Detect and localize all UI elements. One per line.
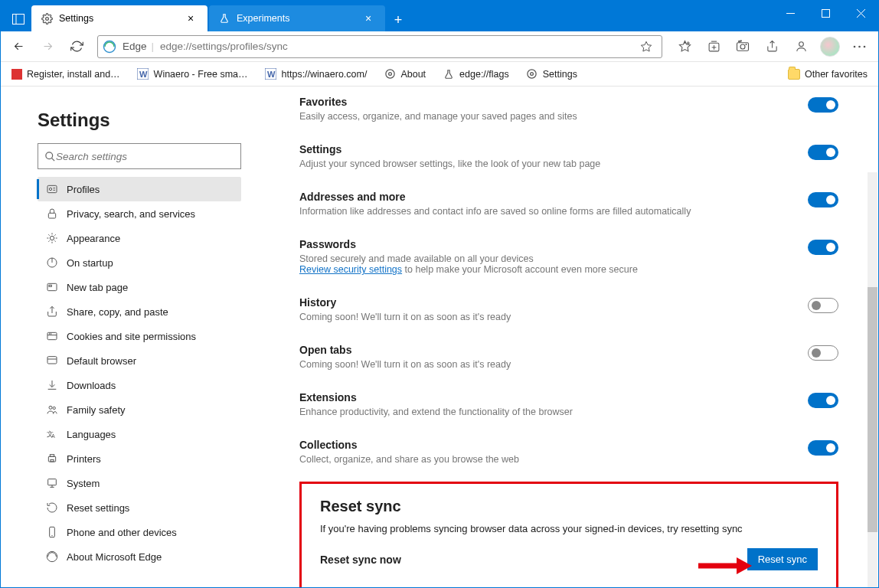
nav-label: New tab page [67, 282, 128, 293]
star-icon[interactable] [636, 34, 657, 59]
sidebar-item-profiles[interactable]: Profiles [38, 177, 241, 201]
sync-item-title: Passwords [299, 238, 777, 250]
nav-icon [44, 501, 60, 514]
sync-item-desc: Stored securely and made available on al… [299, 253, 777, 275]
nav-label: Printers [67, 453, 101, 465]
svg-point-67 [47, 551, 57, 561]
svg-rect-48 [47, 332, 57, 339]
new-tab-button[interactable]: + [387, 8, 410, 31]
sidebar-item-default-browser[interactable]: Default browser [38, 348, 241, 373]
close-icon[interactable]: × [183, 12, 198, 24]
svg-rect-52 [47, 357, 57, 364]
sync-item-title: Settings [299, 143, 777, 155]
svg-rect-62 [48, 479, 57, 485]
svg-point-18 [740, 44, 745, 49]
account-button[interactable] [786, 34, 815, 59]
sync-item-addresses-and-more: Addresses and moreInformation like addre… [299, 181, 838, 229]
nav-label: Cookies and site permissions [67, 331, 196, 342]
tab-actions-icon[interactable] [5, 7, 31, 31]
nav-icon [44, 403, 60, 416]
sidebar-item-printers[interactable]: Printers [38, 446, 241, 471]
toggle-collections[interactable] [808, 440, 838, 456]
bookmark-item[interactable]: Register, install and… [7, 67, 125, 82]
nav-label: System [67, 478, 100, 489]
refresh-button[interactable] [64, 34, 90, 59]
sync-item-collections: CollectionsCollect, organize, and share … [299, 430, 838, 477]
toggle-favorites[interactable] [808, 97, 838, 113]
sidebar-item-reset-settings[interactable]: Reset settings [38, 495, 241, 520]
sidebar-item-on-startup[interactable]: On startup [38, 250, 241, 275]
nav-icon [44, 305, 60, 318]
sidebar-item-share-copy-and-paste[interactable]: Share, copy, and paste [38, 299, 241, 324]
other-favorites[interactable]: Other favorites [783, 67, 872, 82]
share-button[interactable] [757, 34, 786, 59]
svg-rect-4 [13, 15, 25, 24]
svg-point-31 [389, 73, 392, 76]
back-button[interactable] [5, 34, 31, 59]
sidebar-item-appearance[interactable]: Appearance [38, 226, 241, 250]
scrollbar[interactable] [868, 172, 877, 587]
sidebar-item-new-tab-page[interactable]: New tab page [38, 275, 241, 299]
profile-avatar[interactable] [815, 34, 845, 59]
content-area: Settings ProfilesPrivacy, search, and se… [1, 87, 878, 587]
sidebar-item-downloads[interactable]: Downloads [38, 373, 241, 397]
maximize-button[interactable] [808, 1, 843, 25]
svg-rect-59 [48, 456, 55, 462]
svg-point-19 [746, 44, 747, 44]
tab-label: Experiments [237, 13, 361, 24]
minimize-button[interactable] [773, 1, 808, 25]
toggle-history[interactable] [808, 298, 838, 313]
tab-experiments[interactable]: Experiments × [209, 5, 385, 31]
toggle-settings[interactable] [808, 145, 838, 160]
favicon-icon: W [265, 68, 277, 80]
svg-point-20 [739, 41, 740, 42]
search-input[interactable] [56, 151, 234, 162]
sidebar-item-system[interactable]: System [38, 471, 241, 495]
svg-point-32 [386, 70, 394, 78]
sidebar-item-phone-and-other-devices[interactable]: Phone and other devices [38, 520, 241, 544]
nav-icon [44, 232, 60, 244]
nav-icon [44, 183, 60, 195]
nav-label: Appearance [67, 233, 120, 244]
nav-icon: 文A [44, 428, 60, 440]
nav-icon [44, 330, 60, 342]
collections-button[interactable] [699, 34, 728, 59]
edge-icon [103, 40, 116, 54]
sidebar-item-privacy-search-and-services[interactable]: Privacy, search, and services [38, 201, 241, 226]
sidebar-item-languages[interactable]: 文ALanguages [38, 422, 241, 446]
sync-item-settings: SettingsAdjust your synced browser setti… [299, 134, 838, 181]
reset-sync-now-label: Reset sync now [320, 554, 747, 566]
favorites-button[interactable] [670, 34, 699, 59]
address-bar[interactable]: Edge | edge://settings/profiles/sync [97, 35, 662, 58]
bookmark-item[interactable]: Settings [521, 66, 582, 83]
more-button[interactable] [845, 34, 874, 59]
review-security-link[interactable]: Review security settings [299, 264, 402, 275]
sync-item-title: Addresses and more [299, 191, 777, 203]
reset-sync-button[interactable]: Reset sync [747, 548, 818, 570]
sync-item-extensions: ExtensionsEnhance productivity, and exte… [299, 382, 838, 430]
toggle-passwords[interactable] [808, 240, 838, 255]
tab-settings[interactable]: Settings × [31, 5, 207, 31]
toggle-addresses-and-more[interactable] [808, 192, 838, 207]
toggle-open-tabs[interactable] [808, 345, 838, 361]
sidebar-item-about-microsoft-edge[interactable]: About Microsoft Edge [38, 544, 241, 569]
bookmark-item[interactable]: edge://flags [438, 66, 514, 83]
sync-item-passwords: PasswordsStored securely and made availa… [299, 229, 838, 287]
gear-icon [41, 12, 53, 24]
sync-item-desc: Coming soon! We'll turn it on as soon as… [299, 312, 777, 322]
close-icon[interactable]: × [361, 12, 376, 24]
close-button[interactable] [843, 1, 878, 25]
search-icon [44, 151, 56, 162]
bookmark-item[interactable]: About [379, 66, 430, 83]
bookmark-item[interactable]: WWinaero - Free sma… [132, 66, 253, 83]
bookmark-item[interactable]: Whttps://winaero.com/ [260, 66, 372, 83]
forward-button[interactable] [34, 34, 60, 59]
annotation-arrow-icon [698, 557, 752, 575]
web-capture-button[interactable] [728, 34, 757, 59]
sidebar-item-cookies-and-site-permissions[interactable]: Cookies and site permissions [38, 324, 241, 348]
sidebar-item-family-safety[interactable]: Family safety [38, 397, 241, 422]
nav-icon [44, 379, 60, 391]
toggle-extensions[interactable] [808, 393, 838, 408]
search-settings[interactable] [38, 143, 241, 169]
sync-item-history: HistoryComing soon! We'll turn it on as … [299, 287, 838, 335]
